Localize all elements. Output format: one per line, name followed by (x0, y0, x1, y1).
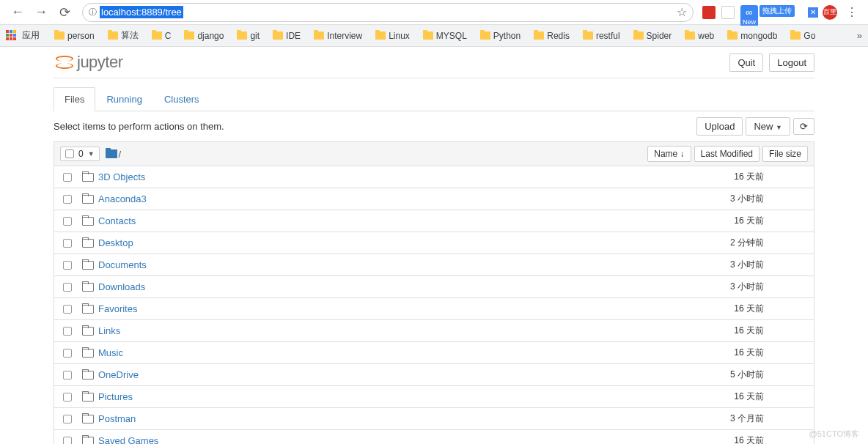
folder-icon (534, 32, 544, 40)
last-modified: 16 天前 (683, 215, 764, 227)
row-checkbox[interactable] (63, 415, 72, 423)
row-checkbox[interactable] (63, 239, 72, 248)
extension-icon[interactable] (702, 6, 716, 19)
row-checkbox[interactable] (63, 195, 72, 204)
bookmark-item[interactable]: Linux (371, 28, 414, 43)
bookmark-item[interactable]: 算法 (103, 28, 143, 43)
apps-icon[interactable] (6, 30, 18, 42)
folder-icon (583, 32, 593, 40)
file-link[interactable]: Contacts (98, 215, 136, 226)
file-link[interactable]: Music (98, 347, 123, 358)
folder-icon (82, 393, 94, 402)
file-link[interactable]: Anaconda3 (98, 193, 147, 204)
sort-name-button[interactable]: Name ↓ (647, 146, 691, 162)
sort-modified-button[interactable]: Last Modified (694, 146, 760, 162)
file-row: Downloads3 小时前 (54, 276, 814, 298)
file-link[interactable]: Postman (98, 413, 136, 424)
row-checkbox[interactable] (63, 371, 72, 380)
bookmark-item[interactable]: C (147, 28, 176, 43)
select-all-checkbox[interactable] (65, 149, 74, 158)
tab-running[interactable]: Running (95, 87, 152, 111)
folder-icon (480, 32, 490, 40)
close-icon[interactable]: ✕ (808, 7, 818, 18)
row-checkbox[interactable] (63, 261, 72, 270)
folder-icon[interactable] (106, 149, 117, 158)
watermark: @51CTO博客 (809, 429, 859, 440)
reload-button[interactable]: ⟳ (56, 4, 73, 21)
quit-button[interactable]: Quit (729, 53, 763, 72)
arrow-down-icon: ↓ (680, 149, 685, 159)
file-row: OneDrive5 小时前 (54, 364, 814, 386)
jupyter-logo[interactable]: jupyter (54, 53, 123, 72)
browser-menu-icon[interactable]: ⋮ (846, 5, 858, 19)
last-modified: 16 天前 (683, 347, 764, 359)
file-link[interactable]: Desktop (98, 237, 133, 248)
row-checkbox[interactable] (63, 327, 72, 336)
chevron-down-icon: ▼ (776, 124, 782, 131)
last-modified: 16 天前 (683, 325, 764, 337)
folder-icon (82, 173, 94, 182)
back-button[interactable]: ← (9, 4, 26, 21)
folder-icon (82, 195, 94, 204)
bookmark-item[interactable]: web (680, 28, 718, 43)
selected-count: 0 (77, 149, 85, 159)
file-link[interactable]: OneDrive (98, 369, 139, 380)
select-all-dropdown[interactable]: 0 ▼ (60, 147, 100, 161)
bookmark-item[interactable]: person (50, 28, 99, 43)
row-checkbox[interactable] (63, 437, 72, 445)
browser-toolbar: ← → ⟳ ⓘ localhost:8889/tree ☆ ∞ 拖拽上传 New… (0, 0, 868, 25)
bookmark-star-icon[interactable]: ☆ (677, 5, 687, 19)
bookmark-item[interactable]: git (232, 28, 264, 43)
bookmark-item[interactable]: Go (786, 28, 820, 43)
file-link[interactable]: 3D Objects (98, 171, 145, 182)
folder-icon (82, 217, 94, 226)
file-link[interactable]: Links (98, 325, 120, 336)
file-link[interactable]: Favorites (98, 303, 137, 314)
new-dropdown[interactable]: New ▼ (746, 117, 790, 136)
file-row: Postman3 个月前 (54, 408, 814, 430)
file-list-header: 0 ▼ / Name ↓ Last Modified File size (54, 141, 814, 166)
file-link[interactable]: Saved Games (98, 435, 158, 444)
row-checkbox[interactable] (63, 283, 72, 292)
file-link[interactable]: Documents (98, 259, 147, 270)
row-checkbox[interactable] (63, 393, 72, 402)
folder-icon (82, 261, 94, 270)
file-link[interactable]: Pictures (98, 391, 133, 402)
jupyter-header: jupyter Quit Logout (54, 47, 814, 78)
upload-button[interactable]: Upload (696, 117, 743, 136)
folder-icon (82, 349, 94, 358)
folder-icon (184, 32, 194, 40)
baidu-upload-widget[interactable]: ∞ 拖拽上传 New (740, 5, 758, 20)
refresh-button[interactable]: ⟳ (793, 118, 814, 135)
bookmark-item[interactable]: mongodb (723, 28, 781, 43)
extension-icon[interactable] (721, 6, 735, 19)
row-checkbox[interactable] (63, 349, 72, 358)
bookmark-item[interactable]: django (180, 28, 228, 43)
bookmark-item[interactable]: MYSQL (419, 28, 471, 43)
breadcrumb-root[interactable]: / (119, 149, 122, 160)
bookmark-item[interactable]: Python (476, 28, 525, 43)
address-bar[interactable]: ⓘ localhost:8889/tree ☆ (82, 3, 694, 22)
site-info-icon[interactable]: ⓘ (89, 7, 97, 18)
baidu-icon[interactable]: 百里 (823, 5, 837, 20)
row-checkbox[interactable] (63, 305, 72, 314)
tab-clusters[interactable]: Clusters (153, 87, 210, 111)
row-checkbox[interactable] (63, 217, 72, 226)
bookmark-item[interactable]: IDE (268, 28, 305, 43)
bookmark-item[interactable]: Spider (629, 28, 677, 43)
bookmarks-overflow[interactable]: » (857, 30, 862, 41)
row-checkbox[interactable] (63, 173, 72, 182)
file-link[interactable]: Downloads (98, 281, 145, 292)
bookmark-item[interactable]: restful (578, 28, 625, 43)
last-modified: 16 天前 (683, 303, 764, 315)
apps-label[interactable]: 应用 (22, 29, 40, 42)
folder-icon (423, 32, 433, 40)
tab-files[interactable]: Files (54, 87, 95, 111)
sort-size-button[interactable]: File size (762, 146, 808, 162)
folder-icon (685, 32, 695, 40)
forward-button[interactable]: → (32, 4, 50, 21)
folder-icon (54, 32, 65, 40)
bookmark-item[interactable]: Redis (529, 28, 574, 43)
logout-button[interactable]: Logout (769, 53, 814, 72)
bookmark-item[interactable]: Interview (309, 28, 367, 43)
